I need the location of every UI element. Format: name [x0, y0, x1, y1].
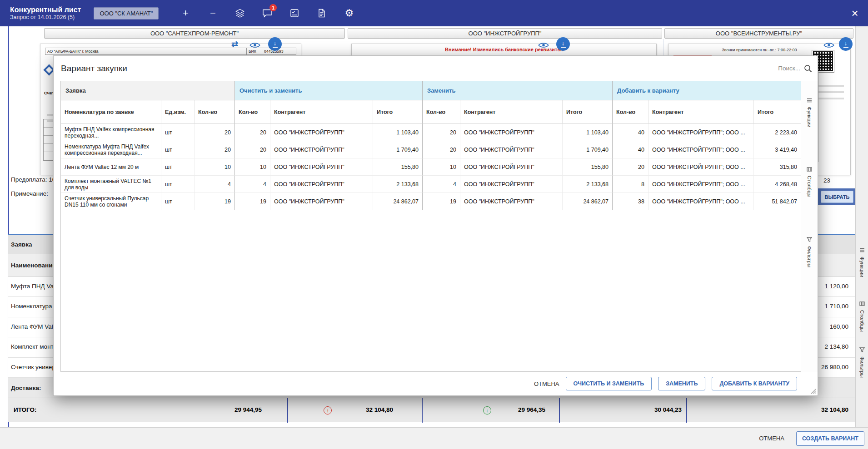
- dialog-cancel-button[interactable]: ОТМЕНА: [534, 380, 559, 387]
- cell-clear-contractor: ООО "ИНЖСТРОЙГРУПП": [270, 141, 373, 158]
- item-total: 26 980,00: [821, 364, 848, 370]
- search-icon[interactable]: [804, 64, 812, 73]
- menu-icon: [859, 246, 865, 254]
- header-contractor[interactable]: Контрагент: [649, 100, 754, 124]
- clear-and-replace-button[interactable]: ОЧИСТИТЬ И ЗАМЕНИТЬ: [566, 377, 652, 390]
- cell-add-total: 315,80: [754, 158, 801, 176]
- cell-clear-qty: 10: [235, 158, 270, 176]
- document-icon[interactable]: [316, 7, 328, 19]
- close-icon[interactable]: ×: [848, 6, 862, 20]
- search-box[interactable]: Поиск...: [778, 64, 812, 73]
- download-icon[interactable]: ↓: [556, 37, 570, 51]
- organization-selector[interactable]: ООО "СК АМАНАТ": [94, 7, 159, 20]
- cell-replace-contractor: ООО "ИНЖСТРОЙГРУПП": [460, 124, 563, 141]
- replace-button[interactable]: ЗАМЕНИТЬ: [658, 377, 705, 390]
- cell-name: Лента ФУМ Valtec 12 мм 20 м: [61, 158, 161, 176]
- cell-add-total: 3 419,40: [754, 141, 801, 158]
- supplier-header-santechprom[interactable]: ООО "САНТЕХПРОМ-РЕМОНТ": [44, 28, 345, 39]
- cell-clear-total: 2 133,68: [373, 176, 423, 193]
- dialog-title: Вариант закупки: [61, 64, 127, 74]
- cell-replace-qty: 10: [423, 158, 460, 176]
- cell-clear-qty: 4: [235, 176, 270, 193]
- supplier-header-vseinstrumenty[interactable]: ООО "ВСЕИНСТРУМЕНТЫ.РУ": [664, 28, 853, 39]
- resize-grip[interactable]: [811, 389, 816, 394]
- header-qty[interactable]: Кол-во: [235, 100, 270, 124]
- dialog-tab-filters[interactable]: Фильтры: [807, 236, 812, 267]
- cell-clear-total: 1 709,40: [373, 141, 423, 158]
- layers-icon[interactable]: [234, 7, 246, 19]
- bank-details-row: АО "АЛЬФА-БАНК" г. Москва БИК 044525593: [45, 48, 296, 55]
- group-replace: Заменить: [423, 81, 613, 100]
- price-lower-icon: ↓: [483, 406, 491, 414]
- compare-icon[interactable]: ⇄: [231, 39, 238, 49]
- cell-clear-contractor: ООО "ИНЖСТРОЙГРУПП": [270, 158, 373, 176]
- cell-unit: шт: [161, 176, 195, 193]
- total-divider: [422, 398, 423, 423]
- header-total[interactable]: Итого: [754, 100, 801, 124]
- messages-badge: 1: [269, 4, 277, 11]
- add-to-variant-button[interactable]: ДОБАВИТЬ К ВАРИАНТУ: [712, 377, 797, 390]
- download-icon[interactable]: ↓: [839, 37, 853, 51]
- group-add-to-variant: Добавить к варианту: [613, 81, 801, 100]
- table-row[interactable]: Счетчик универсальный Пульсар DN15 110 м…: [61, 193, 801, 210]
- select-supplier-button[interactable]: ВЫБРАТЬ: [821, 191, 853, 203]
- cell-name: Комплект монтажный VALTEC №1 для воды: [61, 176, 161, 193]
- header-contractor[interactable]: Контрагент: [270, 100, 373, 124]
- dialog-tab-columns[interactable]: Столбцы: [807, 165, 812, 197]
- create-variant-button[interactable]: СОЗДАТЬ ВАРИАНТ: [796, 431, 864, 446]
- settings-gear-icon[interactable]: ⚙: [343, 7, 355, 19]
- cell-replace-total: 155,80: [563, 158, 613, 176]
- cell-add-total: 51 842,07: [754, 193, 801, 210]
- grand-total-row: ИТОГО: 29 944,95 ↑ 32 104,80 ↓ 29 964,35…: [8, 398, 855, 422]
- cell-replace-contractor: ООО "ИНЖСТРОЙГРУПП": [460, 176, 563, 193]
- cell-replace-total: 2 133,68: [563, 176, 613, 193]
- sidebar-tab-functions[interactable]: Функции: [856, 246, 868, 277]
- header-total[interactable]: Итого: [563, 100, 613, 124]
- sidebar-tab-filters[interactable]: Фильтры: [856, 346, 868, 378]
- price-higher-icon: ↑: [324, 406, 332, 414]
- remove-icon[interactable]: −: [207, 7, 219, 19]
- partial-total-fragment: 23: [823, 177, 830, 184]
- total-request: 29 944,95: [234, 406, 262, 413]
- header-qty[interactable]: Кол-во: [195, 100, 235, 124]
- view-icon[interactable]: [538, 42, 549, 49]
- total-divider: [686, 398, 687, 423]
- view-icon[interactable]: [823, 42, 834, 49]
- cell-add-contractor: ООО "ИНЖСТРОЙГРУПП"; ООО ...: [649, 158, 754, 176]
- dialog-footer: ОТМЕНА ОЧИСТИТЬ И ЗАМЕНИТЬ ЗАМЕНИТЬ ДОБА…: [54, 372, 818, 395]
- funnel-icon: [807, 236, 812, 244]
- cell-add-qty: 20: [613, 158, 649, 176]
- toolbar: + − 1 ⚙: [180, 7, 355, 19]
- cell-clear-qty: 19: [235, 193, 270, 210]
- cell-add-qty: 40: [613, 141, 649, 158]
- cell-replace-qty: 4: [423, 176, 460, 193]
- header-unit[interactable]: Ед.изм.: [161, 100, 195, 124]
- view-icon[interactable]: [249, 42, 260, 49]
- cell-replace-qty: 20: [423, 124, 460, 141]
- supplier-header-inzhstroygrupp[interactable]: ООО "ИНЖСТРОЙГРУПП": [348, 28, 662, 39]
- cell-qty: 19: [195, 193, 235, 210]
- add-icon[interactable]: +: [180, 7, 191, 19]
- download-icon[interactable]: ↓: [268, 37, 282, 51]
- cell-name: Муфта ПНД Valfex компрессионная переходн…: [61, 124, 161, 141]
- cancel-button[interactable]: ОТМЕНА: [759, 435, 784, 442]
- header-qty[interactable]: Кол-во: [613, 100, 649, 124]
- header-total[interactable]: Итого: [373, 100, 423, 124]
- cell-add-contractor: ООО "ИНЖСТРОЙГРУПП"; ООО ...: [649, 141, 754, 158]
- messages-icon[interactable]: 1: [261, 7, 273, 19]
- cell-replace-contractor: ООО "ИНЖСТРОЙГРУПП": [460, 141, 563, 158]
- table-row[interactable]: Муфта ПНД Valfex компрессионная переходн…: [61, 124, 801, 141]
- checklist-icon[interactable]: [289, 7, 300, 19]
- item-total: 2 134,80: [824, 343, 848, 350]
- header-name[interactable]: Номенклатура по заявке: [61, 100, 161, 124]
- header-contractor[interactable]: Контрагент: [460, 100, 563, 124]
- competitive-sheet-window: Конкурентный лист Запрос от 14.01.2026 (…: [0, 0, 868, 449]
- table-row[interactable]: Лента ФУМ Valtec 12 мм 20 м шт 10 10 ООО…: [61, 158, 801, 176]
- invoice-caption: Счет: [44, 90, 54, 95]
- header-qty[interactable]: Кол-во: [423, 100, 460, 124]
- dialog-tab-functions[interactable]: Функции: [807, 96, 812, 127]
- table-row[interactable]: Номенклатура Муфта ПНД Valfex компрессио…: [61, 141, 801, 158]
- sidebar-tab-columns[interactable]: Столбцы: [856, 300, 868, 332]
- cell-clear-total: 155,80: [373, 158, 423, 176]
- table-row[interactable]: Комплект монтажный VALTEC №1 для воды шт…: [61, 176, 801, 193]
